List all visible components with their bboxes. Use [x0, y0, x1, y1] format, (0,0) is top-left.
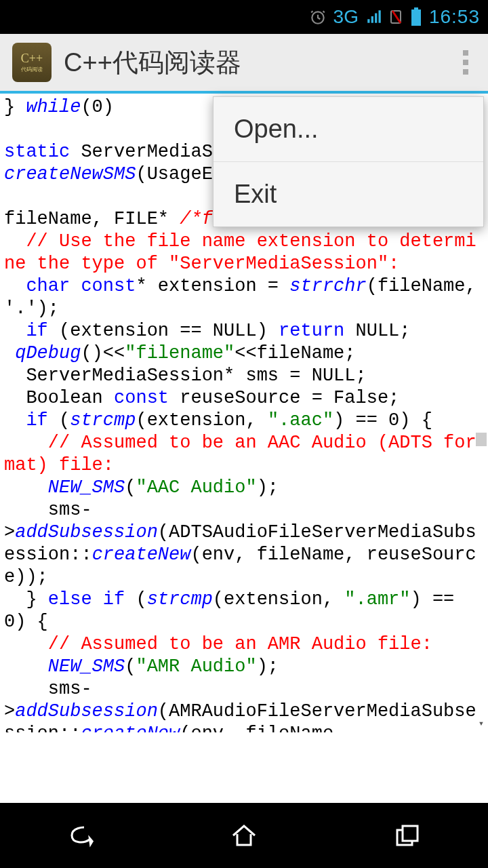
alarm-icon	[309, 8, 327, 26]
svg-rect-5	[403, 826, 418, 841]
overflow-menu-button[interactable]	[455, 50, 476, 75]
signal-icon	[365, 8, 383, 26]
content-bottom-gap	[0, 732, 488, 803]
scroll-thumb[interactable]	[476, 433, 487, 446]
home-button[interactable]	[197, 815, 291, 856]
overflow-menu: Open... Exit	[213, 96, 484, 227]
navigation-bar	[0, 803, 488, 868]
svg-rect-2	[411, 9, 421, 26]
recent-apps-button[interactable]	[359, 815, 454, 856]
battery-icon	[410, 7, 422, 27]
action-bar: C++ 代码阅读 C++代码阅读器	[0, 34, 488, 94]
network-label: 3G	[333, 6, 359, 28]
app-icon: C++ 代码阅读	[12, 43, 52, 82]
menu-item-open[interactable]: Open...	[214, 97, 483, 162]
back-button[interactable]	[34, 815, 129, 856]
menu-item-exit[interactable]: Exit	[214, 162, 483, 226]
svg-rect-3	[414, 7, 418, 9]
status-bar: 3G 16:53	[0, 0, 488, 34]
no-sim-icon	[390, 8, 403, 26]
app-title: C++代码阅读器	[64, 45, 443, 80]
clock-time: 16:53	[429, 6, 480, 28]
scroll-down-arrow[interactable]: ▾	[476, 719, 487, 730]
